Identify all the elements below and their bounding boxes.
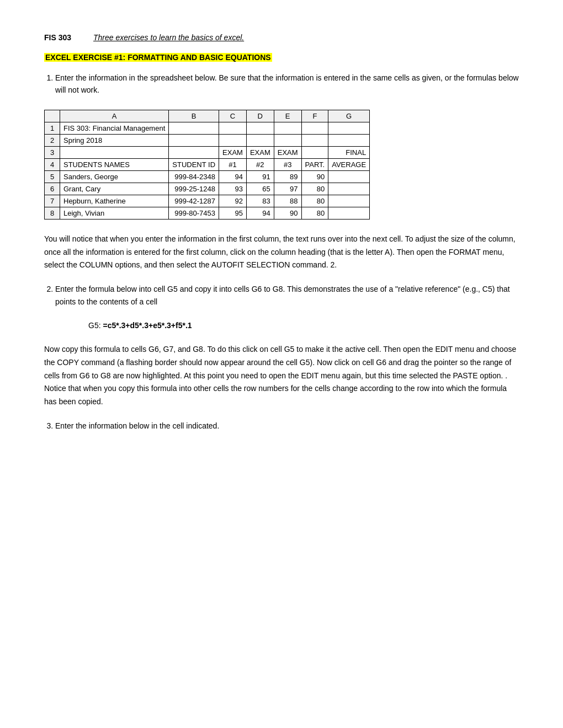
header: FIS 303 Three exercises to learn the bas… — [44, 33, 519, 42]
exercise1-heading-text: EXCEL EXERCISE #1: FORMATTING AND BASIC … — [44, 53, 272, 62]
cell-g7 — [328, 195, 370, 207]
cell-b4: STUDENT ID — [169, 158, 219, 170]
row-num-1: 1 — [45, 122, 60, 134]
cell-d1 — [246, 122, 274, 134]
autofit-text: You will notice that when you enter the … — [44, 233, 519, 272]
table-row: 7 Hepburn, Katherine 999-42-1287 92 83 8… — [45, 195, 370, 207]
table-row: 8 Leigh, Vivian 999-80-7453 95 94 90 80 — [45, 207, 370, 219]
cell-c5: 94 — [219, 170, 247, 183]
cell-a2: Spring 2018 — [60, 134, 169, 146]
copy-text: Now copy this formula to cells G6, G7, a… — [44, 343, 519, 409]
cell-c6: 93 — [219, 183, 247, 195]
cell-d5: 91 — [246, 170, 274, 183]
cell-a5: Sanders, George — [60, 170, 169, 183]
cell-g8 — [328, 207, 370, 219]
cell-e5: 89 — [274, 170, 301, 183]
cell-c3: EXAM — [219, 146, 247, 158]
row-num-5: 5 — [45, 170, 60, 183]
col-header-e: E — [274, 110, 301, 122]
cell-e4: #3 — [274, 158, 301, 170]
row-num-4: 4 — [45, 158, 60, 170]
cell-a3 — [60, 146, 169, 158]
course-title: Three exercises to learn the basics of e… — [93, 33, 244, 42]
cell-e3: EXAM — [274, 146, 301, 158]
cell-b8: 999-80-7453 — [169, 207, 219, 219]
instructions-list-2: Enter the formula below into cell G5 and… — [44, 283, 519, 308]
col-header-f: F — [301, 110, 328, 122]
copy-paragraph: Now copy this formula to cells G6, G7, a… — [44, 343, 519, 409]
cell-f4: PART. — [301, 158, 328, 170]
table-row: 1 FIS 303: Financial Management — [45, 122, 370, 134]
formula-block: G5: =c5*.3+d5*.3+e5*.3+f5*.1 — [88, 321, 519, 330]
exercise1-heading: EXCEL EXERCISE #1: FORMATTING AND BASIC … — [44, 53, 519, 72]
cell-b1 — [169, 122, 219, 134]
col-header-b: B — [169, 110, 219, 122]
row-num-8: 8 — [45, 207, 60, 219]
cell-c4: #1 — [219, 158, 247, 170]
cell-d8: 94 — [246, 207, 274, 219]
cell-b2 — [169, 134, 219, 146]
cell-a1: FIS 303: Financial Management — [60, 122, 169, 134]
cell-g1 — [328, 122, 370, 134]
cell-d7: 83 — [246, 195, 274, 207]
cell-f2 — [301, 134, 328, 146]
cell-d4: #2 — [246, 158, 274, 170]
cell-e8: 90 — [274, 207, 301, 219]
cell-c8: 95 — [219, 207, 247, 219]
table-row: 3 EXAM EXAM EXAM FINAL — [45, 146, 370, 158]
instructions-list: Enter the information in the spreadsheet… — [44, 72, 519, 97]
cell-d2 — [246, 134, 274, 146]
row-num-7: 7 — [45, 195, 60, 207]
cell-b5: 999-84-2348 — [169, 170, 219, 183]
table-row: 2 Spring 2018 — [45, 134, 370, 146]
instruction-3-text: Enter the information below in the cell … — [55, 421, 219, 430]
cell-b3 — [169, 146, 219, 158]
col-header-empty — [45, 110, 60, 122]
formula-label: G5: — [88, 321, 103, 330]
cell-f1 — [301, 122, 328, 134]
formula-value: =c5*.3+d5*.3+e5*.3+f5*.1 — [103, 321, 192, 330]
instruction-2: Enter the formula below into cell G5 and… — [55, 283, 519, 308]
spreadsheet-container: A B C D E F G 1 FIS 303: Financial Manag… — [44, 110, 519, 220]
cell-c1 — [219, 122, 247, 134]
cell-d3: EXAM — [246, 146, 274, 158]
cell-c2 — [219, 134, 247, 146]
cell-e6: 97 — [274, 183, 301, 195]
cell-g6 — [328, 183, 370, 195]
table-row: 5 Sanders, George 999-84-2348 94 91 89 9… — [45, 170, 370, 183]
cell-b6: 999-25-1248 — [169, 183, 219, 195]
table-row: 6 Grant, Cary 999-25-1248 93 65 97 80 — [45, 183, 370, 195]
cell-a7: Hepburn, Katherine — [60, 195, 169, 207]
cell-a4: STUDENTS NAMES — [60, 158, 169, 170]
cell-c7: 92 — [219, 195, 247, 207]
cell-g4: AVERAGE — [328, 158, 370, 170]
cell-a8: Leigh, Vivian — [60, 207, 169, 219]
autofit-paragraph: You will notice that when you enter the … — [44, 233, 519, 272]
row-num-3: 3 — [45, 146, 60, 158]
instruction-2-text: Enter the formula below into cell G5 and… — [55, 285, 510, 306]
cell-b7: 999-42-1287 — [169, 195, 219, 207]
instructions-list-3: Enter the information below in the cell … — [44, 420, 519, 432]
cell-g5 — [328, 170, 370, 183]
col-header-c: C — [219, 110, 247, 122]
cell-f8: 80 — [301, 207, 328, 219]
table-row: 4 STUDENTS NAMES STUDENT ID #1 #2 #3 PAR… — [45, 158, 370, 170]
instruction-3: Enter the information below in the cell … — [55, 420, 519, 432]
instruction-1: Enter the information in the spreadsheet… — [55, 72, 519, 97]
cell-f7: 80 — [301, 195, 328, 207]
col-header-d: D — [246, 110, 274, 122]
cell-e2 — [274, 134, 301, 146]
course-code: FIS 303 — [44, 33, 71, 42]
col-header-g: G — [328, 110, 370, 122]
row-num-2: 2 — [45, 134, 60, 146]
cell-f5: 90 — [301, 170, 328, 183]
cell-e7: 88 — [274, 195, 301, 207]
cell-a6: Grant, Cary — [60, 183, 169, 195]
instruction-1-text: Enter the information in the spreadsheet… — [55, 73, 519, 94]
cell-g3: FINAL — [328, 146, 370, 158]
cell-g2 — [328, 134, 370, 146]
cell-f3 — [301, 146, 328, 158]
cell-d6: 65 — [246, 183, 274, 195]
spreadsheet-table: A B C D E F G 1 FIS 303: Financial Manag… — [44, 110, 370, 220]
cell-f6: 80 — [301, 183, 328, 195]
